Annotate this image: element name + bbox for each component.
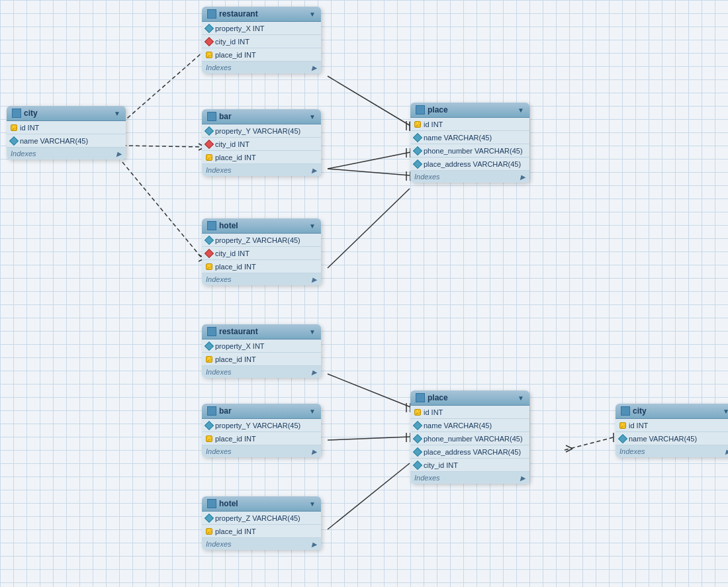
table-header-restaurant1[interactable]: restaurant▼	[202, 7, 321, 22]
indexes-arrow[interactable]: ▶	[520, 474, 525, 482]
svg-line-11	[122, 146, 202, 147]
indexes-label: Indexes	[414, 173, 440, 181]
foreign-key-icon	[205, 36, 214, 46]
field-icon	[205, 23, 214, 32]
svg-line-24	[328, 437, 410, 440]
indexes-arrow[interactable]: ▶	[312, 369, 317, 376]
table-header-bar1[interactable]: bar▼	[202, 109, 321, 124]
table-dropdown-arrow[interactable]: ▼	[114, 110, 120, 117]
field-text: property_X INT	[215, 342, 265, 350]
table-header-hotel2[interactable]: hotel▼	[202, 496, 321, 512]
table-row: 🔑place_id INT	[202, 151, 321, 164]
table-row: name VARCHAR(45)	[7, 134, 126, 148]
table-title: bar	[219, 406, 232, 416]
table-row: 🔑place_id INT	[202, 353, 321, 366]
table-dropdown-arrow[interactable]: ▼	[518, 394, 524, 402]
indexes-arrow[interactable]: ▶	[725, 448, 728, 455]
table-title: city	[633, 406, 647, 416]
field-text: id INT	[424, 120, 443, 128]
field-text: name VARCHAR(45)	[20, 137, 88, 145]
table-body: 🔑id INTname VARCHAR(45)phone_number VARC…	[410, 118, 529, 183]
table-row: phone_number VARCHAR(45)	[410, 432, 529, 445]
indexes-row[interactable]: Indexes▶	[202, 273, 321, 285]
table-row: city_id INT	[202, 247, 321, 260]
indexes-arrow[interactable]: ▶	[312, 448, 317, 455]
indexes-row[interactable]: Indexes▶	[202, 366, 321, 378]
indexes-arrow[interactable]: ▶	[312, 541, 317, 548]
table-header-city1[interactable]: city▼	[7, 106, 126, 121]
key-icon: 🔑	[619, 422, 626, 429]
field-icon	[413, 146, 422, 155]
indexes-arrow[interactable]: ▶	[116, 150, 122, 158]
field-text: place_id INT	[215, 51, 256, 59]
field-text: phone_number VARCHAR(45)	[424, 435, 523, 443]
indexes-row[interactable]: Indexes▶	[202, 164, 321, 176]
table-row: name VARCHAR(45)	[615, 432, 728, 445]
indexes-row[interactable]: Indexes▶	[202, 445, 321, 457]
table-dropdown-arrow[interactable]: ▼	[518, 107, 524, 114]
foreign-key-icon	[205, 248, 214, 257]
table-restaurant2: restaurant▼property_X INT🔑place_id INTIn…	[202, 324, 321, 378]
table-header-restaurant2[interactable]: restaurant▼	[202, 324, 321, 339]
field-icon	[413, 132, 422, 142]
foreign-key-icon	[205, 139, 214, 148]
table-body: 🔑id INTname VARCHAR(45)phone_number VARC…	[410, 406, 529, 484]
field-text: property_X INT	[215, 24, 265, 32]
field-text: name VARCHAR(45)	[424, 134, 492, 142]
table-row: 🔑place_id INT	[202, 432, 321, 445]
field-text: city_id INT	[215, 249, 250, 257]
table-icon	[207, 499, 216, 508]
field-icon	[205, 235, 214, 244]
indexes-row[interactable]: Indexes▶	[202, 538, 321, 550]
table-dropdown-arrow[interactable]: ▼	[309, 408, 316, 415]
table-row: city_id INT	[202, 35, 321, 48]
table-dropdown-arrow[interactable]: ▼	[309, 328, 316, 336]
field-text: city_id INT	[215, 140, 250, 148]
table-header-bar2[interactable]: bar▼	[202, 404, 321, 419]
table-dropdown-arrow[interactable]: ▼	[309, 113, 316, 120]
table-icon	[207, 9, 216, 19]
field-icon	[618, 433, 627, 443]
field-icon	[413, 433, 422, 443]
table-dropdown-arrow[interactable]: ▼	[309, 222, 316, 230]
table-city2: city▼🔑id INTname VARCHAR(45)Indexes▶	[615, 404, 728, 457]
table-icon	[207, 327, 216, 336]
indexes-row[interactable]: Indexes▶	[615, 445, 728, 457]
svg-line-9	[328, 189, 410, 268]
table-title: restaurant	[219, 327, 258, 336]
table-header-city2[interactable]: city▼	[615, 404, 728, 419]
indexes-arrow[interactable]: ▶	[312, 276, 317, 283]
table-header-place2[interactable]: place▼	[410, 390, 529, 406]
table-place2: place▼🔑id INTname VARCHAR(45)phone_numbe…	[410, 390, 529, 484]
indexes-arrow[interactable]: ▶	[312, 167, 317, 174]
indexes-label: Indexes	[206, 540, 232, 548]
svg-line-31	[566, 445, 572, 449]
table-dropdown-arrow[interactable]: ▼	[723, 408, 728, 415]
svg-line-12	[122, 162, 202, 258]
indexes-row[interactable]: Indexes▶	[202, 62, 321, 73]
indexes-row[interactable]: Indexes▶	[7, 148, 126, 159]
key-icon: 🔑	[206, 356, 212, 363]
indexes-row[interactable]: Indexes▶	[410, 171, 529, 183]
table-icon	[621, 406, 630, 416]
field-text: place_id INT	[215, 527, 256, 535]
table-row: property_Y VARCHAR(45)	[202, 419, 321, 432]
table-icon	[207, 112, 216, 121]
table-icon	[207, 406, 216, 416]
indexes-label: Indexes	[414, 474, 440, 482]
table-dropdown-arrow[interactable]: ▼	[309, 500, 316, 508]
table-header-hotel1[interactable]: hotel▼	[202, 218, 321, 234]
indexes-arrow[interactable]: ▶	[312, 64, 317, 71]
field-icon	[413, 447, 422, 456]
indexes-row[interactable]: Indexes▶	[410, 472, 529, 484]
table-header-place1[interactable]: place▼	[410, 103, 529, 118]
table-row: 🔑place_id INT	[202, 260, 321, 273]
field-text: place_id INT	[215, 154, 256, 161]
table-dropdown-arrow[interactable]: ▼	[309, 11, 316, 18]
field-text: property_Z VARCHAR(45)	[215, 514, 300, 522]
table-row: 🔑id INT	[7, 121, 126, 134]
table-body: property_X INTcity_id INT🔑place_id INTIn…	[202, 22, 321, 73]
table-row: property_Y VARCHAR(45)	[202, 124, 321, 138]
indexes-arrow[interactable]: ▶	[520, 173, 525, 181]
field-text: city_id INT	[424, 461, 458, 469]
